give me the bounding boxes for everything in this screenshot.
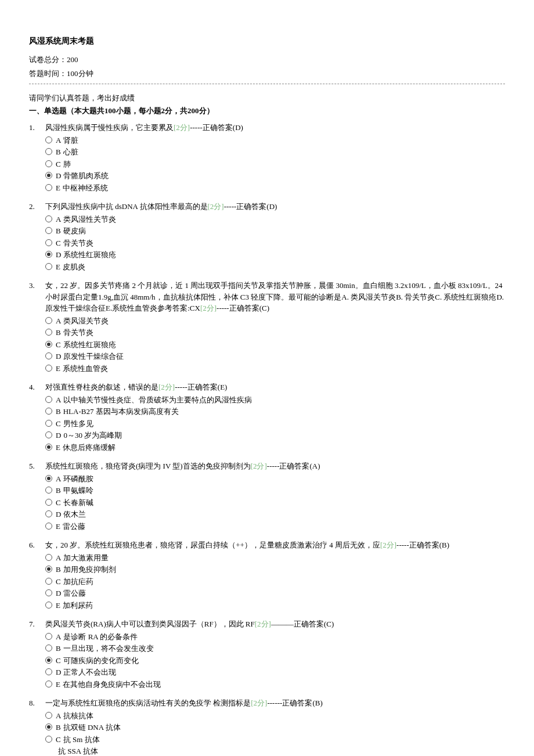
- option-list: A 环磷酰胺B甲氨蝶呤C长春新碱D依木兰E雷公藤: [45, 473, 505, 532]
- option-item[interactable]: C骨关节炎: [45, 237, 505, 249]
- option-letter: B: [56, 485, 61, 496]
- option-text: 休息后疼痛缓解: [63, 442, 116, 453]
- radio-icon[interactable]: [45, 723, 52, 730]
- option-list: A类风湿性关节炎B硬皮病C骨关节炎D系统性红斑狼疮E 皮肌炎: [45, 214, 505, 273]
- option-letter: B: [56, 225, 61, 237]
- option-item[interactable]: E系统性血管炎: [45, 363, 505, 375]
- option-item[interactable]: D系统性红斑狼疮: [45, 249, 505, 261]
- option-item[interactable]: B一旦出现，将不会发生改变: [45, 643, 505, 654]
- radio-icon[interactable]: [45, 365, 52, 372]
- radio-icon[interactable]: [45, 645, 52, 651]
- radio-icon[interactable]: [45, 523, 52, 530]
- option-item[interactable]: D正常人不会出现: [45, 667, 505, 678]
- option-item[interactable]: C 男性多见: [45, 418, 505, 430]
- option-item[interactable]: B加用免疫抑制剂: [45, 564, 505, 575]
- question-body: 女，22 岁。因多关节疼痛 2 个月就诊，近 1 周出现双手指间关节及掌指关节肿…: [45, 280, 505, 375]
- option-item[interactable]: A是诊断 RA 的必备条件: [45, 631, 505, 643]
- radio-icon[interactable]: [45, 431, 52, 438]
- option-item[interactable]: BHLA-B27 基因与本病发病高度有关: [45, 406, 505, 417]
- question-body: 风湿性疾病属于慢性疾病，它主要累及[2分]-----正确答案(D)A肾脏B心脏C…: [45, 122, 505, 194]
- option-item[interactable]: E雷公藤: [45, 521, 505, 532]
- radio-icon[interactable]: [45, 329, 52, 336]
- option-item[interactable]: C抗 Sm 抗体: [45, 734, 505, 746]
- question-stem: 类风湿关节炎(RA)病人中可以查到类风湿因子（RF），因此 RF[2分]———正…: [45, 618, 505, 630]
- radio-icon[interactable]: [45, 184, 52, 191]
- option-item[interactable]: A以中轴关节慢性炎症、骨质破坏为主要特点的风湿性疾病: [45, 394, 505, 406]
- radio-icon[interactable]: [45, 136, 52, 143]
- radio-icon[interactable]: [45, 396, 52, 403]
- option-letter: A: [56, 473, 61, 485]
- option-item[interactable]: C长春新碱: [45, 497, 505, 509]
- radio-icon[interactable]: [45, 317, 52, 324]
- option-item[interactable]: B心脏: [45, 146, 505, 158]
- radio-icon[interactable]: [45, 668, 52, 675]
- radio-icon[interactable]: [45, 352, 52, 359]
- radio-icon[interactable]: [45, 681, 52, 687]
- radio-icon[interactable]: [45, 554, 52, 561]
- option-item[interactable]: D骨骼肌肉系统: [45, 170, 505, 182]
- radio-icon[interactable]: [45, 589, 52, 596]
- radio-icon[interactable]: [45, 566, 52, 573]
- radio-icon[interactable]: [45, 475, 52, 482]
- radio-icon[interactable]: [45, 263, 52, 270]
- option-item[interactable]: A肾脏: [45, 135, 505, 146]
- option-item[interactable]: E加利尿药: [45, 600, 505, 611]
- option-item[interactable]: E休息后疼痛缓解: [45, 442, 505, 453]
- option-item[interactable]: B甲氨蝶呤: [45, 485, 505, 496]
- option-item[interactable]: A类风湿关节炎: [45, 315, 505, 327]
- radio-icon[interactable]: [45, 251, 52, 258]
- radio-icon[interactable]: [45, 408, 52, 415]
- radio-icon[interactable]: [45, 712, 52, 719]
- question-stem: 女，20 岁。系统性红斑狼疮患者，狼疮肾，尿蛋白持续（++），足量糖皮质激素治疗…: [45, 539, 505, 551]
- option-item[interactable]: C肺: [45, 159, 505, 170]
- option-letter: A: [56, 394, 61, 406]
- option-text: 原发性干燥综合征: [63, 351, 124, 362]
- option-item: 抗 SSA 抗体: [45, 746, 505, 756]
- radio-icon[interactable]: [45, 602, 52, 609]
- option-item[interactable]: D 0～30 岁为高峰期: [45, 430, 505, 441]
- option-item[interactable]: E 皮肌炎: [45, 261, 505, 273]
- radio-icon[interactable]: [45, 510, 52, 517]
- option-list: A是诊断 RA 的必备条件B一旦出现，将不会发生改变C可随疾病的变化而变化D正常…: [45, 631, 505, 690]
- option-item[interactable]: A抗核抗体: [45, 710, 505, 722]
- option-text: 雷公藤: [63, 521, 85, 532]
- option-item[interactable]: B硬皮病: [45, 225, 505, 237]
- score-label: [2分]: [251, 462, 267, 470]
- radio-icon[interactable]: [45, 341, 52, 348]
- option-item[interactable]: C系统性红斑狼疮: [45, 339, 505, 351]
- option-item[interactable]: C加抗疟药: [45, 576, 505, 588]
- option-item[interactable]: D依木兰: [45, 509, 505, 520]
- option-letter: C: [56, 339, 61, 351]
- radio-icon[interactable]: [45, 444, 52, 451]
- correct-answer: -----正确答案(C): [217, 304, 269, 312]
- option-item[interactable]: B 抗双链 DNA 抗体: [45, 722, 505, 733]
- radio-icon[interactable]: [45, 239, 52, 246]
- correct-answer: -----正确答案(A): [267, 462, 320, 470]
- option-item[interactable]: C可随疾病的变化而变化: [45, 655, 505, 667]
- radio-icon[interactable]: [45, 633, 52, 640]
- option-item[interactable]: E在其他自身免疫病中不会出现: [45, 679, 505, 690]
- radio-icon[interactable]: [45, 148, 52, 155]
- radio-icon[interactable]: [45, 578, 52, 585]
- radio-icon[interactable]: [45, 227, 52, 234]
- option-text: 依木兰: [63, 509, 86, 520]
- radio-icon[interactable]: [45, 736, 52, 743]
- option-item[interactable]: A类风湿性关节炎: [45, 214, 505, 225]
- option-item[interactable]: B骨关节炎: [45, 327, 505, 339]
- option-text: 男性多见: [63, 418, 93, 430]
- radio-icon[interactable]: [45, 487, 52, 494]
- option-item[interactable]: E中枢神经系统: [45, 182, 505, 194]
- option-item[interactable]: D雷公藤: [45, 588, 505, 599]
- option-item[interactable]: A加大激素用量: [45, 552, 505, 564]
- option-letter: C: [56, 237, 61, 249]
- radio-icon[interactable]: [45, 420, 52, 427]
- radio-icon[interactable]: [45, 172, 52, 179]
- option-item[interactable]: A 环磷酰胺: [45, 473, 505, 485]
- radio-icon[interactable]: [45, 499, 52, 506]
- radio-icon[interactable]: [45, 160, 52, 167]
- radio-icon[interactable]: [45, 657, 52, 664]
- option-text: 可随疾病的变化而变化: [63, 655, 139, 667]
- radio-icon[interactable]: [45, 215, 52, 222]
- option-item[interactable]: D原发性干燥综合征: [45, 351, 505, 362]
- option-text: 系统性血管炎: [63, 363, 108, 375]
